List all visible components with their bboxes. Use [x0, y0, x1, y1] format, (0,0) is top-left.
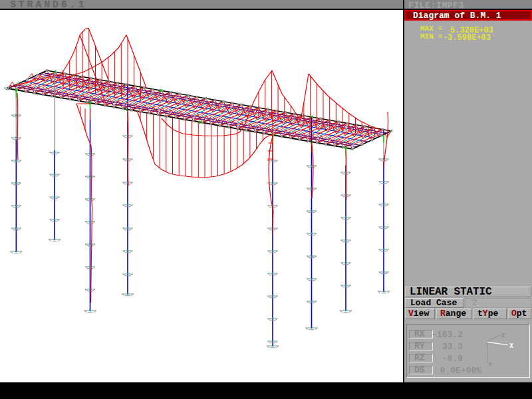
svg-text:Z: Z	[501, 332, 505, 339]
svg-text:X: X	[509, 342, 513, 350]
svg-text:Y: Y	[488, 362, 492, 368]
